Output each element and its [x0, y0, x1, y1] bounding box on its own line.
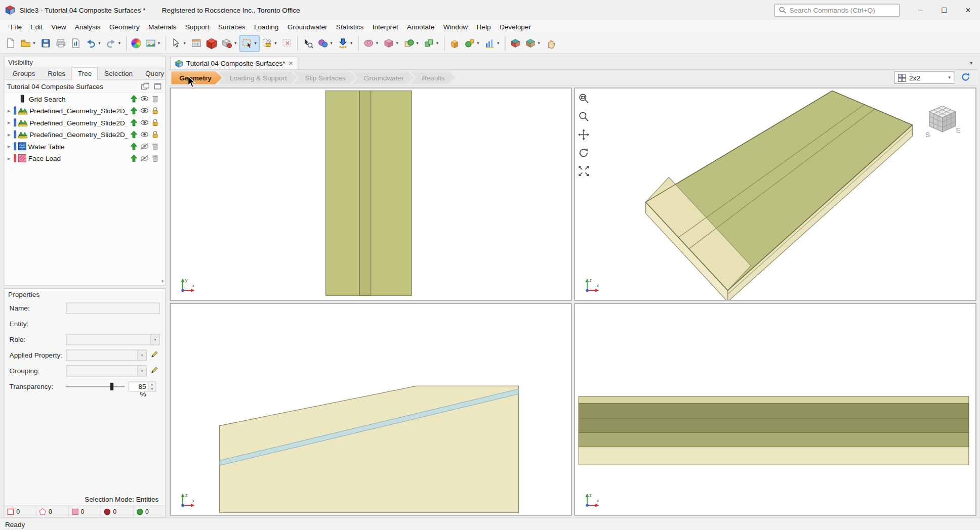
- save-button[interactable]: [38, 35, 54, 52]
- menu-groundwater[interactable]: Groundwater: [283, 21, 332, 32]
- raise-icon[interactable]: [130, 95, 138, 103]
- measure-dropdown-caret[interactable]: ▾: [496, 41, 501, 46]
- applied-property-dropdown[interactable]: ▾: [66, 349, 147, 361]
- raise-icon[interactable]: [130, 118, 138, 126]
- zoom-extents-button[interactable]: [577, 165, 591, 179]
- orientation-view-1-button[interactable]: [508, 35, 523, 52]
- boolean-dropdown-caret[interactable]: ▾: [415, 41, 420, 46]
- grouping-dropdown-caret[interactable]: ▾: [137, 365, 147, 376]
- copy-geometry-button[interactable]: ▾: [421, 35, 441, 52]
- spin-up-button[interactable]: ▴: [149, 382, 156, 386]
- menu-surfaces[interactable]: Surfaces: [214, 21, 250, 32]
- raise-icon[interactable]: [130, 107, 138, 115]
- section-view-canvas[interactable]: [171, 303, 571, 515]
- delete-icon[interactable]: [151, 142, 159, 150]
- raise-icon[interactable]: [130, 130, 138, 139]
- menu-edit[interactable]: Edit: [26, 21, 47, 32]
- assign-materials-button[interactable]: ▾: [462, 35, 482, 52]
- visibility-eye-icon[interactable]: [140, 107, 148, 115]
- undo-button[interactable]: ▾: [84, 35, 104, 52]
- selection-window-caret[interactable]: ▾: [253, 41, 258, 46]
- tree-item-water-table[interactable]: ▶ Water Table: [5, 140, 165, 152]
- menu-view[interactable]: View: [47, 21, 71, 32]
- tab-roles[interactable]: Roles: [42, 67, 72, 80]
- pan-hand-button[interactable]: [543, 35, 558, 52]
- tab-list-dropdown-caret[interactable]: ▾: [965, 60, 977, 65]
- document-tab-close-icon[interactable]: ✕: [289, 60, 293, 66]
- redo-dropdown-caret[interactable]: ▾: [117, 41, 122, 46]
- zoom-pick-button[interactable]: [300, 35, 315, 52]
- tab-query[interactable]: Query: [139, 67, 171, 80]
- import-dropdown-caret[interactable]: ▾: [349, 41, 354, 46]
- visibility-eye-icon[interactable]: [140, 118, 148, 126]
- tree-item-geometry-8[interactable]: ▶ Predefined_Geometry_Slide2D_8: [5, 116, 165, 128]
- boolean-ops-button[interactable]: ▾: [401, 35, 422, 52]
- lock-icon[interactable]: [151, 130, 159, 139]
- search-commands-input[interactable]: [789, 6, 895, 14]
- select-dropdown-caret[interactable]: ▾: [182, 41, 187, 46]
- workflow-tab-results[interactable]: Results: [410, 71, 456, 84]
- menu-file[interactable]: File: [6, 21, 26, 32]
- expander-icon[interactable]: ▶: [6, 132, 12, 137]
- open-file-button[interactable]: ▾: [18, 35, 38, 52]
- tree-item-face-load[interactable]: ▶ Face Load: [5, 152, 165, 164]
- close-button[interactable]: ✕: [956, 0, 980, 20]
- mesh-dropdown-caret[interactable]: ▾: [233, 41, 238, 46]
- menu-support[interactable]: Support: [181, 21, 214, 32]
- primitive-torus-button[interactable]: ▾: [361, 35, 381, 52]
- viewport-layout-dropdown[interactable]: 2x2 ▾: [894, 71, 954, 84]
- maximize-button[interactable]: ☐: [932, 0, 956, 20]
- query-tool-button[interactable]: ▾: [315, 35, 336, 52]
- tree-item-geometry-7[interactable]: ▶ Predefined_Geometry_Slide2D_7: [5, 105, 165, 117]
- rotate-view-button[interactable]: [577, 147, 591, 160]
- query-dropdown-caret[interactable]: ▾: [329, 41, 334, 46]
- perspective-view-canvas[interactable]: [575, 89, 975, 300]
- expander-icon[interactable]: ▶: [6, 144, 12, 149]
- expander-icon[interactable]: ▶: [6, 156, 12, 160]
- undo-dropdown-caret[interactable]: ▾: [97, 41, 102, 46]
- view-dropdown-caret[interactable]: ▾: [537, 41, 541, 46]
- tab-selection[interactable]: Selection: [98, 67, 139, 80]
- tree-item-grid-search[interactable]: Grid Search: [5, 93, 165, 105]
- box-dropdown-caret[interactable]: ▾: [395, 41, 399, 46]
- workflow-tab-loading-support[interactable]: Loading & Support: [218, 71, 297, 84]
- visibility-eye-icon[interactable]: [140, 130, 148, 139]
- tree-scrollbar-down[interactable]: ▾: [161, 279, 164, 284]
- plan-view-canvas[interactable]: [171, 89, 571, 300]
- workflow-tab-geometry[interactable]: Geometry: [171, 71, 222, 84]
- measure-tool-button[interactable]: ▾: [482, 35, 503, 52]
- expand-all-button[interactable]: [140, 82, 150, 90]
- menu-developer[interactable]: Developer: [495, 21, 535, 32]
- copy-dropdown-caret[interactable]: ▾: [435, 41, 440, 46]
- refresh-views-button[interactable]: [959, 71, 972, 84]
- mesh-view-button[interactable]: ▾: [220, 35, 240, 52]
- selection-lock-button[interactable]: ▾: [260, 35, 280, 52]
- spin-down-button[interactable]: ▾: [149, 386, 156, 391]
- import-points-button[interactable]: ▾: [336, 35, 356, 52]
- menu-window[interactable]: Window: [439, 21, 472, 32]
- front-view-canvas[interactable]: [575, 303, 975, 515]
- role-dropdown-caret[interactable]: ▾: [150, 334, 160, 345]
- pan-button[interactable]: [577, 128, 591, 142]
- minimize-button[interactable]: –: [909, 0, 932, 20]
- role-dropdown[interactable]: ▾: [66, 334, 160, 345]
- workflow-tab-slip-surfaces[interactable]: Slip Surfaces: [293, 71, 356, 84]
- select-tool-button[interactable]: ▾: [169, 35, 189, 52]
- edit-applied-property-button[interactable]: [149, 349, 160, 361]
- expander-icon[interactable]: ▶: [6, 120, 12, 125]
- menu-materials[interactable]: Materials: [144, 21, 181, 32]
- extrude-tool-button[interactable]: [447, 35, 462, 52]
- snapshot-dropdown-caret[interactable]: ▾: [157, 41, 161, 46]
- zoom-window-button[interactable]: [577, 92, 591, 106]
- search-commands-box[interactable]: [774, 4, 900, 17]
- redo-button[interactable]: ▾: [103, 35, 124, 52]
- expander-icon[interactable]: ▶: [6, 108, 12, 113]
- raise-icon[interactable]: [130, 154, 138, 162]
- torus-dropdown-caret[interactable]: ▾: [375, 41, 380, 46]
- visibility-eye-icon[interactable]: [140, 95, 148, 103]
- grouping-dropdown[interactable]: ▾: [66, 365, 147, 376]
- raise-icon[interactable]: [130, 142, 138, 150]
- menu-help[interactable]: Help: [472, 21, 495, 32]
- selection-clear-button[interactable]: [279, 35, 295, 52]
- selection-window-button[interactable]: ▾: [239, 35, 260, 52]
